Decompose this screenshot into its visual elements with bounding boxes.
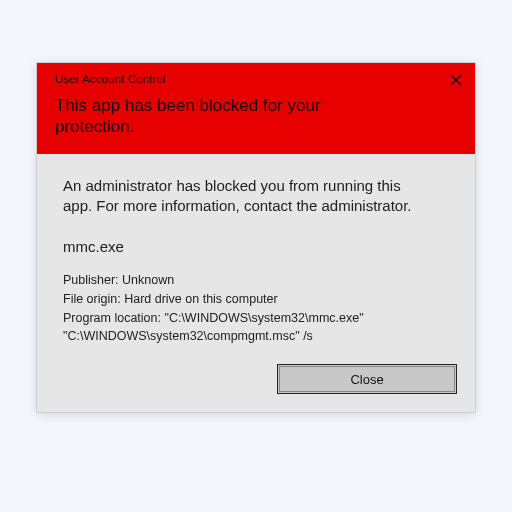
dialog-footer: Close [37,354,475,412]
location-row: Program location: "C:\WINDOWS\system32\m… [63,309,443,347]
origin-value: Hard drive on this computer [124,292,278,306]
location-label: Program location: [63,311,161,325]
body-message: An administrator has blocked you from ru… [63,176,423,217]
stage: User Account Control This app has been b… [0,0,512,512]
close-icon[interactable] [447,71,465,89]
close-button[interactable]: Close [277,364,457,394]
dialog-body: An administrator has blocked you from ru… [37,154,475,355]
publisher-value: Unknown [122,273,174,287]
origin-label: File origin: [63,292,121,306]
publisher-row: Publisher: Unknown [63,271,443,290]
dialog-title: User Account Control [55,73,461,85]
publisher-label: Publisher: [63,273,119,287]
dialog-heading: This app has been blocked for your prote… [55,95,395,138]
details-block: Publisher: Unknown File origin: Hard dri… [63,271,443,346]
blocked-app-name: mmc.exe [63,238,449,255]
uac-dialog: User Account Control This app has been b… [36,62,476,413]
dialog-header: User Account Control This app has been b… [37,63,475,154]
origin-row: File origin: Hard drive on this computer [63,290,443,309]
